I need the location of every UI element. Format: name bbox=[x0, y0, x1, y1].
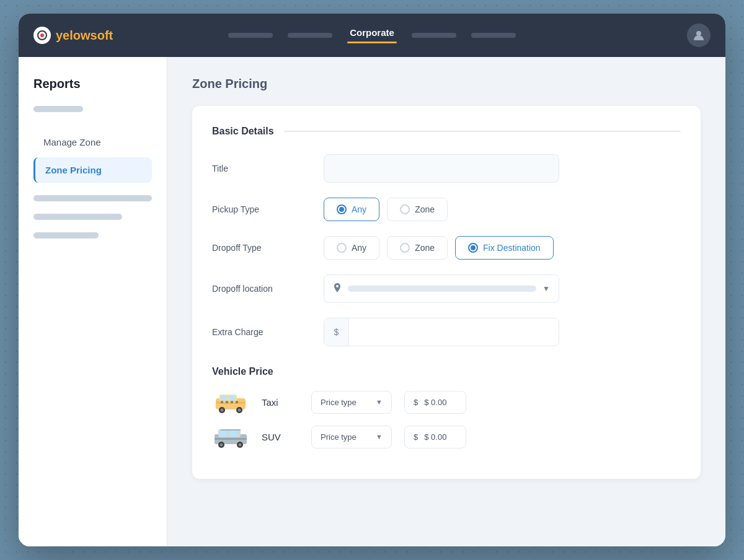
dropoff-any-radio-circle bbox=[337, 243, 347, 253]
extra-charge-prefix: $ bbox=[324, 318, 349, 346]
dropoff-any-label: Any bbox=[352, 243, 366, 253]
sidebar-placeholder-2 bbox=[33, 214, 122, 220]
svg-rect-6 bbox=[229, 396, 235, 401]
section-header-basic-details: Basic Details bbox=[212, 126, 681, 137]
svg-rect-13 bbox=[226, 401, 228, 403]
suv-price-type-select[interactable]: Price type ▼ bbox=[311, 426, 392, 448]
dropoff-fix-destination-label: Fix Destination bbox=[483, 243, 541, 253]
dropoff-zone-label: Zone bbox=[415, 243, 435, 253]
sidebar-item-label-zone-pricing: Zone Pricing bbox=[45, 165, 102, 175]
vehicle-row-suv: SUV Price type ▼ $ $ 0.00 bbox=[212, 424, 681, 449]
dropoff-type-radio-group: Any Zone Fix Destination bbox=[324, 236, 681, 260]
nav-pill-4 bbox=[471, 33, 516, 38]
pickup-any-label: Any bbox=[352, 204, 366, 214]
sidebar-placeholder-3 bbox=[33, 232, 99, 238]
svg-rect-5 bbox=[221, 396, 227, 401]
sidebar-item-label-manage-zone: Manage Zone bbox=[43, 137, 101, 147]
location-chevron-icon: ▼ bbox=[542, 284, 550, 293]
svg-rect-12 bbox=[221, 401, 223, 403]
title-label: Title bbox=[212, 164, 311, 173]
pickup-zone-label: Zone bbox=[415, 204, 435, 214]
logo: yelowsoft bbox=[33, 27, 113, 44]
pickup-type-radio-group: Any Zone bbox=[324, 198, 681, 221]
logo-text: yelowsoft bbox=[56, 28, 113, 43]
logo-icon bbox=[33, 27, 51, 44]
svg-point-1 bbox=[40, 33, 44, 37]
extra-charge-row: Extra Charge $ bbox=[212, 318, 681, 346]
section-title-basic-details: Basic Details bbox=[212, 126, 274, 137]
layout: Reports Manage Zone Zone Pricing Zone Pr… bbox=[19, 57, 725, 546]
dropoff-location-label: Dropoff location bbox=[212, 284, 311, 294]
sidebar-title: Reports bbox=[33, 77, 152, 91]
sidebar-placeholder-1 bbox=[33, 195, 152, 201]
taxi-price-type-select[interactable]: Price type ▼ bbox=[311, 391, 392, 414]
svg-point-10 bbox=[238, 409, 241, 412]
vehicle-taxi-name: Taxi bbox=[262, 397, 299, 408]
dropoff-fix-destination-radio-circle bbox=[468, 243, 478, 253]
pickup-type-row: Pickup Type Any Zone bbox=[212, 198, 681, 221]
nav-pill-2 bbox=[288, 33, 332, 38]
sidebar-item-zone-pricing[interactable]: Zone Pricing bbox=[33, 157, 152, 183]
suv-price-dollar-icon: $ bbox=[414, 432, 418, 442]
svg-point-8 bbox=[221, 409, 224, 412]
section-divider bbox=[284, 131, 681, 132]
vehicle-row-taxi: Taxi Price type ▼ $ $ 0.00 bbox=[212, 390, 681, 414]
extra-charge-field[interactable] bbox=[349, 327, 559, 337]
suv-price-type-label: Price type bbox=[321, 432, 356, 442]
taxi-price-input[interactable]: $ $ 0.00 bbox=[404, 391, 466, 414]
nav-pill-1 bbox=[228, 33, 273, 38]
svg-rect-15 bbox=[236, 401, 238, 403]
vehicle-price-section-title: Vehicle Price bbox=[212, 366, 681, 377]
sidebar: Reports Manage Zone Zone Pricing bbox=[19, 57, 167, 546]
taxi-price-type-label: Price type bbox=[321, 398, 356, 407]
pickup-any-option[interactable]: Any bbox=[324, 198, 379, 221]
taxi-price-dollar-icon: $ bbox=[414, 398, 418, 407]
logo-text-soft: soft bbox=[91, 28, 113, 42]
dropoff-any-option[interactable]: Any bbox=[324, 236, 379, 260]
form-card: Basic Details Title Pickup Type Any bbox=[192, 106, 701, 479]
sidebar-item-manage-zone[interactable]: Manage Zone bbox=[33, 129, 152, 155]
nav-active-bar bbox=[347, 42, 397, 43]
nav-pill-3 bbox=[412, 33, 456, 38]
svg-point-24 bbox=[239, 444, 242, 447]
dropoff-type-label: Dropoff Type bbox=[212, 243, 311, 253]
suv-price-type-chevron-icon: ▼ bbox=[376, 433, 383, 440]
title-input[interactable] bbox=[324, 154, 559, 183]
nav-center: Corporate bbox=[228, 27, 516, 43]
main-window: yelowsoft Corporate Reports M bbox=[19, 14, 725, 546]
nav-active-corporate[interactable]: Corporate bbox=[347, 27, 397, 43]
nav-active-label: Corporate bbox=[350, 27, 394, 38]
sidebar-placeholder-top bbox=[33, 106, 83, 112]
taxi-price-value: $ 0.00 bbox=[424, 398, 446, 407]
dropoff-type-row: Dropoff Type Any Zone Fix Destination bbox=[212, 236, 681, 260]
svg-point-22 bbox=[220, 444, 223, 447]
svg-rect-14 bbox=[231, 401, 233, 403]
location-placeholder-text bbox=[348, 286, 536, 292]
dropoff-location-row: Dropoff location ▼ bbox=[212, 274, 681, 303]
dropoff-zone-option[interactable]: Zone bbox=[387, 236, 448, 260]
suv-price-value: $ 0.00 bbox=[424, 432, 446, 442]
location-pin-icon bbox=[333, 283, 342, 295]
svg-point-2 bbox=[696, 31, 701, 36]
header: yelowsoft Corporate bbox=[19, 14, 725, 57]
dropoff-location-select[interactable]: ▼ bbox=[324, 274, 559, 303]
dropoff-fix-destination-option[interactable]: Fix Destination bbox=[455, 236, 554, 260]
extra-charge-input-wrapper: $ bbox=[324, 318, 559, 346]
pickup-zone-option[interactable]: Zone bbox=[387, 198, 448, 221]
vehicle-suv-name: SUV bbox=[262, 432, 299, 442]
pickup-type-label: Pickup Type bbox=[212, 204, 311, 214]
extra-charge-label: Extra Charge bbox=[212, 327, 311, 337]
svg-rect-18 bbox=[219, 431, 227, 436]
pickup-zone-radio-circle bbox=[400, 204, 410, 214]
suv-price-input[interactable]: $ $ 0.00 bbox=[404, 426, 466, 448]
suv-icon bbox=[212, 424, 249, 449]
main-content: Zone Pricing Basic Details Title Pickup … bbox=[167, 57, 725, 546]
avatar-button[interactable] bbox=[687, 24, 711, 47]
page-title: Zone Pricing bbox=[192, 77, 701, 91]
taxi-price-type-chevron-icon: ▼ bbox=[376, 398, 383, 406]
title-row: Title bbox=[212, 154, 681, 183]
logo-text-yelow: yelow bbox=[56, 28, 91, 42]
svg-rect-19 bbox=[229, 431, 237, 436]
taxi-icon bbox=[212, 390, 249, 414]
pickup-any-radio-circle bbox=[337, 204, 347, 214]
